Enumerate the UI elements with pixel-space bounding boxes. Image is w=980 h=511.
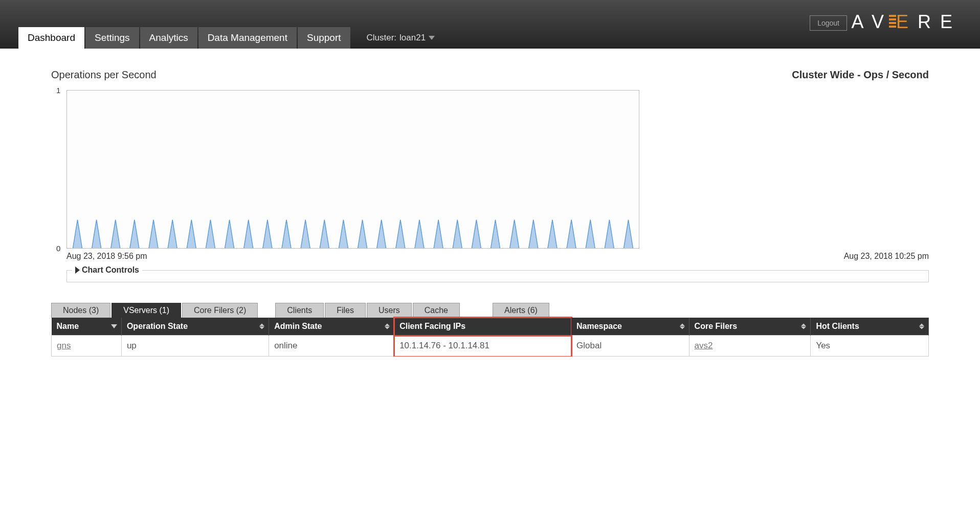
cell-hot-clients: Yes	[811, 336, 929, 357]
chart-title-right: Cluster Wide - Ops / Second	[792, 69, 929, 81]
cluster-label-prefix: Cluster:	[367, 33, 397, 43]
col-core-filers[interactable]: Core Filers	[689, 318, 811, 336]
col-client-facing-ips[interactable]: Client Facing IPs	[394, 318, 571, 336]
content-area: Operations per Second Cluster Wide - Ops…	[0, 49, 980, 357]
tab-vservers[interactable]: VServers (1)	[112, 303, 181, 318]
logout-button[interactable]: Logout	[810, 15, 847, 31]
x-axis-start: Aug 23, 2018 9:56 pm	[66, 252, 147, 261]
core-filer-link[interactable]: avs2	[695, 341, 713, 350]
brand-text-left: AV	[852, 11, 893, 33]
col-admin-state-label: Admin State	[274, 322, 322, 330]
y-axis-max: 1	[56, 86, 60, 95]
y-axis-min: 0	[56, 244, 60, 253]
sort-icon	[680, 324, 685, 329]
chart-controls-panel[interactable]: Chart Controls	[66, 270, 929, 282]
tab-clients[interactable]: Clients	[275, 303, 324, 318]
x-axis-end: Aug 23, 2018 10:25 pm	[844, 252, 929, 261]
tab-nodes[interactable]: Nodes (3)	[51, 303, 110, 318]
brand-text-e: E	[896, 11, 918, 33]
nav-tab-analytics[interactable]: Analytics	[140, 27, 197, 49]
chart-title-left: Operations per Second	[51, 69, 157, 81]
col-hot-clients[interactable]: Hot Clients	[811, 318, 929, 336]
disclosure-right-icon	[75, 266, 80, 274]
cell-name: gns	[52, 336, 122, 357]
sort-icon	[919, 324, 924, 329]
col-name[interactable]: Name	[52, 318, 122, 336]
main-nav: Dashboard Settings Analytics Data Manage…	[18, 27, 435, 49]
col-core-filers-label: Core Filers	[695, 322, 738, 330]
chart-wrap: 1 0 Aug 23, 2018 9:56 pm Aug 23, 2018 10…	[66, 90, 929, 282]
vservers-table: Name Operation State Admin State Client …	[51, 318, 929, 357]
cluster-selector[interactable]: Cluster: loan21	[367, 33, 435, 43]
top-bar: Logout AV E RE Dashboard Settings Analyt…	[0, 0, 980, 49]
tab-users[interactable]: Users	[367, 303, 412, 318]
col-namespace[interactable]: Namespace	[571, 318, 689, 336]
table-header-row: Name Operation State Admin State Client …	[52, 318, 929, 336]
chart-controls-label: Chart Controls	[82, 265, 139, 275]
chart-header: Operations per Second Cluster Wide - Ops…	[51, 69, 929, 81]
col-name-label: Name	[57, 322, 79, 330]
cell-client-facing-ips: 10.1.14.76 - 10.1.14.81	[394, 336, 571, 357]
nav-tab-data-management[interactable]: Data Management	[198, 27, 297, 49]
sort-desc-icon	[111, 324, 117, 328]
vserver-link[interactable]: gns	[57, 341, 71, 350]
chart-box: 1 0	[66, 90, 929, 249]
cell-namespace: Global	[571, 336, 689, 357]
sort-icon	[801, 324, 806, 329]
nav-tab-support[interactable]: Support	[298, 27, 350, 49]
col-hot-clients-label: Hot Clients	[816, 322, 859, 330]
brand-bars-icon	[889, 15, 896, 28]
cell-admin-state: online	[269, 336, 394, 357]
tab-alerts[interactable]: Alerts (6)	[493, 303, 549, 318]
lower-tabs: Nodes (3) VServers (1) Core Filers (2) C…	[51, 303, 929, 318]
chart-controls-toggle[interactable]: Chart Controls	[72, 265, 142, 275]
table-row: gns up online 10.1.14.76 - 10.1.14.81 Gl…	[52, 336, 929, 357]
brand-text-right: RE	[918, 11, 962, 33]
col-admin-state[interactable]: Admin State	[269, 318, 394, 336]
col-client-facing-ips-label: Client Facing IPs	[399, 322, 465, 330]
col-operation-state-label: Operation State	[127, 322, 188, 330]
x-axis: Aug 23, 2018 9:56 pm Aug 23, 2018 10:25 …	[66, 252, 929, 261]
chevron-down-icon	[429, 36, 435, 40]
cell-operation-state: up	[121, 336, 269, 357]
ops-chart[interactable]	[66, 90, 639, 249]
cluster-name: loan21	[399, 33, 426, 43]
tab-files[interactable]: Files	[325, 303, 366, 318]
cell-core-filers: avs2	[689, 336, 811, 357]
tab-cache[interactable]: Cache	[413, 303, 460, 318]
col-namespace-label: Namespace	[576, 322, 622, 330]
tab-core-filers[interactable]: Core Filers (2)	[182, 303, 258, 318]
sort-icon	[259, 324, 264, 329]
col-operation-state[interactable]: Operation State	[121, 318, 269, 336]
nav-tab-settings[interactable]: Settings	[85, 27, 139, 49]
sort-icon	[385, 324, 390, 329]
brand-logo: AV E RE	[852, 11, 962, 33]
nav-tab-dashboard[interactable]: Dashboard	[18, 27, 84, 49]
